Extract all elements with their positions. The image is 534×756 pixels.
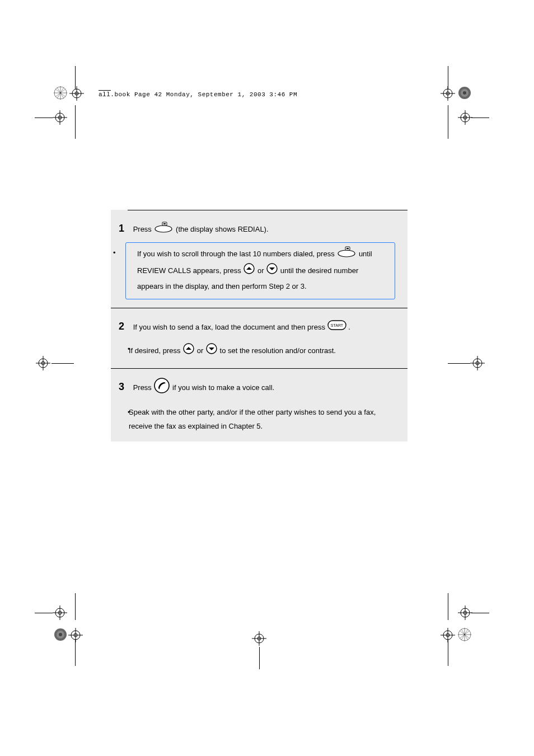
step-1-note-highlight: • If you wish to scroll through the last… (125, 242, 395, 299)
down-arrow-key-icon (266, 262, 278, 280)
step2-bullet-mid: or (197, 346, 205, 355)
registration-target-icon (54, 86, 67, 100)
step1-bullet-b: REVIEW CALLS appears, press (137, 266, 243, 275)
crop-mark-bottom-center (252, 631, 266, 646)
svg-text:START: START (330, 323, 343, 327)
step1-bullet-a: If you wish to scroll through the last 1… (137, 250, 336, 258)
speed-dial-key-icon (153, 222, 174, 238)
speed-dial-key-icon (336, 246, 357, 262)
registration-target-icon (458, 628, 471, 641)
step-2: 2 If you wish to send a fax, load the do… (111, 308, 407, 368)
step1-bullet-c: or (257, 266, 266, 275)
svg-rect-69 (346, 248, 349, 249)
crosshair-icon (53, 110, 67, 125)
step1-bullet-e: appears in the display, and then perform… (137, 282, 307, 290)
step-2-text-post: . (348, 323, 350, 331)
step-2-text: If you wish to send a fax, load the docu… (127, 323, 327, 331)
step-3-text-post: if you wish to make a voice call. (172, 383, 274, 392)
crop-mark-mid-left (36, 356, 50, 370)
step-3: 3 Press if you wish to make a voice call… (111, 369, 407, 442)
bullet-icon: • (113, 246, 116, 260)
step-1-text-pre: Press (127, 225, 154, 233)
instruction-panel: 1 Press (the display shows REDIAL). • If… (111, 210, 407, 442)
svg-point-40 (59, 633, 62, 636)
crosshair-icon (458, 110, 472, 125)
crosshair-icon (252, 631, 266, 646)
document-header-tag: all.book Page 42 Monday, September 1, 20… (99, 91, 297, 98)
crosshair-icon (69, 86, 84, 101)
svg-point-64 (155, 226, 172, 232)
crosshair-icon (68, 628, 83, 642)
crosshair-icon (36, 356, 50, 370)
step-1: 1 Press (the display shows REDIAL). • If… (111, 210, 407, 308)
crosshair-icon (441, 86, 455, 101)
step-number: 1 (119, 223, 124, 234)
registration-dot-icon (54, 628, 67, 641)
start-key-icon: START (327, 320, 346, 335)
crosshair-icon (470, 356, 485, 370)
down-arrow-key-icon (205, 342, 218, 360)
svg-point-67 (338, 250, 355, 257)
step-1-text-post: (the display shows REDIAL). (176, 225, 268, 233)
step-number: 2 (119, 321, 124, 332)
phone-key-icon (153, 377, 170, 399)
bullet-icon: • (128, 406, 130, 420)
svg-point-76 (154, 378, 169, 393)
up-arrow-key-icon (243, 262, 255, 280)
up-arrow-key-icon (182, 342, 195, 360)
crosshair-icon (441, 628, 455, 642)
svg-rect-66 (163, 223, 166, 224)
step-number: 3 (119, 381, 124, 392)
step3-bullet: Speak with the other party, and/or if th… (129, 408, 376, 430)
crop-mark-mid-right (470, 356, 485, 370)
step1-bullet-d: until the desired number (280, 266, 358, 275)
step1-bullet-a-post: until (359, 250, 372, 258)
crosshair-icon (458, 605, 472, 620)
step2-bullet-end: to set the resolution and/or contrast. (220, 346, 336, 355)
step-3-text-pre: Press (127, 383, 154, 392)
bullet-icon: • (128, 342, 130, 356)
crosshair-icon (53, 605, 67, 620)
step2-bullet-a: If desired, press (129, 346, 182, 355)
svg-point-21 (463, 91, 466, 95)
registration-dot-icon (458, 86, 471, 100)
